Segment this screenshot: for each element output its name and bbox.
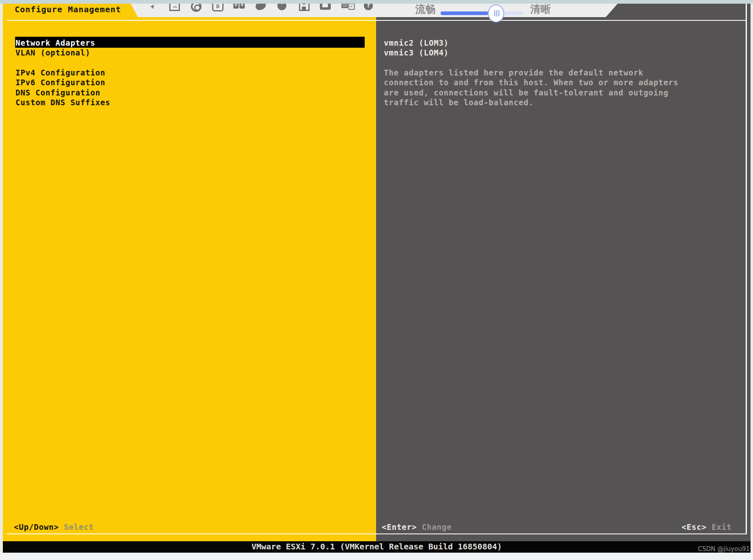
- quality-label-clear: 清晰: [530, 3, 551, 16]
- keyboard-da-icon[interactable]: DA: [233, 3, 246, 13]
- hint-key: <Enter>: [382, 522, 417, 531]
- slider-grip-lines: [496, 10, 497, 16]
- record-icon[interactable]: [190, 3, 202, 13]
- bottom-separator: [7, 533, 746, 534]
- help-icon[interactable]: ?: [363, 3, 375, 13]
- window-top-strip: [0, 0, 753, 4]
- hint-esc-exit: <Esc> Exit: [682, 522, 731, 531]
- menu-item-network-adapters[interactable]: Network Adapters: [16, 38, 95, 47]
- hint-action: Change: [422, 522, 452, 531]
- adapter-description-line: are used, connections will be fault-tole…: [384, 88, 669, 97]
- hint-enter-change: <Enter> Change: [382, 522, 452, 531]
- menu-item-ipv4-configuration[interactable]: IPv4 Configuration: [16, 68, 105, 77]
- remote-console-window: Configure Management Network Adapters VL…: [0, 0, 753, 560]
- power-icon[interactable]: [277, 3, 289, 13]
- quality-slider-fill: [441, 11, 488, 15]
- console-toolbar: ➤ ↙↘ D DA ⇄ ? 流畅 清晰: [131, 3, 618, 17]
- title-separator: [7, 20, 746, 21]
- menu-item-custom-dns-suffixes[interactable]: Custom DNS Suffixes: [16, 98, 111, 107]
- page-title: Configure Management: [15, 4, 121, 14]
- mouse-icon[interactable]: [255, 3, 267, 13]
- adapter-vmnic3: vmnic3 (LOM4): [384, 48, 449, 57]
- hint-key: <Up/Down>: [14, 522, 59, 531]
- display-d-icon[interactable]: D: [212, 3, 224, 13]
- watermark: CSDN @jiuyou91: [0, 545, 750, 553]
- hint-action: Exit: [711, 522, 731, 531]
- pin-icon[interactable]: ➤: [147, 3, 159, 13]
- adapter-description-line: The adapters listed here provide the def…: [384, 68, 643, 77]
- adapter-description-line: traffic will be load-balanced.: [384, 98, 534, 107]
- menu-item-ipv6-configuration[interactable]: IPv6 Configuration: [16, 78, 105, 87]
- macro-icon[interactable]: ⇄: [341, 3, 354, 13]
- save-icon[interactable]: [298, 3, 310, 13]
- monitor-icon[interactable]: [320, 3, 332, 13]
- fullscreen-icon[interactable]: ↙↘: [168, 3, 181, 13]
- hint-updown-select: <Up/Down> Select: [14, 522, 94, 531]
- hint-key: <Esc>: [682, 522, 706, 531]
- menu-item-dns-configuration[interactable]: DNS Configuration: [16, 88, 100, 97]
- adapter-vmnic2: vmnic2 (LOM3): [384, 38, 449, 47]
- toolbar-icon-row: ➤ ↙↘ D DA ⇄ ?: [147, 3, 375, 13]
- esxi-dcui-screen: Configure Management Network Adapters VL…: [1, 3, 749, 553]
- menu-item-vlan[interactable]: VLAN (optional): [16, 48, 91, 57]
- quality-slider-track[interactable]: [441, 11, 523, 15]
- quality-slider-handle[interactable]: [488, 4, 504, 22]
- window-bottom-strip: [0, 553, 753, 560]
- hint-action: Select: [64, 522, 93, 531]
- right-border-line: [746, 3, 747, 534]
- adapter-description-line: connection to and from this host. When t…: [384, 78, 678, 87]
- quality-label-smooth: 流畅: [415, 3, 436, 16]
